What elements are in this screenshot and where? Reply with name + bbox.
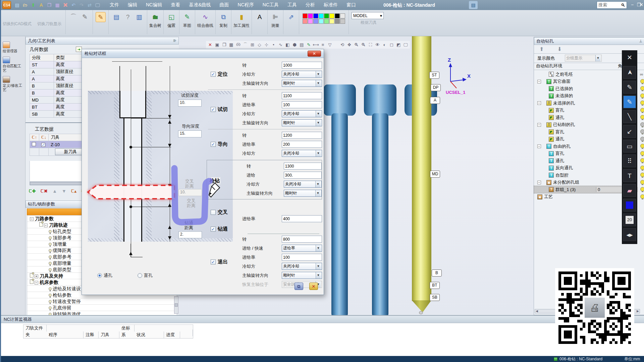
pin-icon[interactable]: ⊥ (639, 39, 642, 43)
close-doc-icon[interactable]: 🗙︎ (62, 1, 69, 9)
field-dropdown[interactable]: 顺时针▼ (284, 190, 322, 197)
depth-field-input[interactable]: 10. (178, 189, 202, 196)
move-down-icon[interactable]: ⬇ (557, 46, 561, 52)
pin-up-icon[interactable]: Ꞇ↑ (30, 134, 39, 141)
visibility-bulb-icon[interactable] (640, 129, 644, 134)
field-input[interactable]: 100 (282, 101, 322, 108)
rail-item-1[interactable]: 组管理器 (3, 42, 23, 53)
numbering-icon[interactable]: ⠿ (623, 155, 636, 167)
params-tree-item[interactable]: 转速改变暂停 (27, 298, 177, 305)
pin-down-icon[interactable]: Ꞇ↓ (39, 134, 49, 141)
nc-column-header[interactable]: 坐标系 (119, 325, 135, 331)
import-package-icon[interactable]: ⬆ (30, 1, 37, 9)
palette-swatch[interactable] (340, 19, 345, 24)
visibility-bulb-icon[interactable] (640, 173, 644, 177)
nc-column-header[interactable]: 进度 (164, 331, 180, 338)
clipboard-icon[interactable]: ▣ (214, 42, 220, 48)
checkbox-unchecked[interactable] (211, 210, 216, 215)
visibility-bulb-icon[interactable] (640, 94, 644, 98)
line-icon[interactable]: ╲ (623, 110, 636, 123)
row-checkbox[interactable]: ✓ (39, 141, 49, 148)
link-icon[interactable]: ⇄ (86, 1, 93, 9)
menu-查看[interactable]: 查看 (171, 2, 180, 8)
screw-head-model[interactable] (323, 84, 356, 116)
window-layout-icon[interactable]: ❐ (46, 1, 53, 9)
standards-icon[interactable]: A (38, 1, 45, 9)
field-input[interactable]: 100 (282, 254, 322, 261)
text-icon[interactable]: T (623, 169, 636, 182)
palette-swatch[interactable] (335, 19, 340, 24)
eye-icon[interactable]: 👓︎ (235, 42, 241, 48)
expander-icon[interactable]: − (30, 217, 34, 221)
zoom-fit-icon[interactable]: ⛶ (367, 42, 374, 48)
sketch-icon[interactable]: ✎ (306, 42, 312, 48)
open-folder-icon[interactable]: 🗁︎ (21, 1, 29, 9)
gun-drill-tip-model[interactable] (412, 300, 431, 312)
menu-NC程序[interactable]: NC程序 (238, 2, 254, 8)
menu-编辑[interactable]: 编辑 (128, 2, 137, 8)
field-input[interactable]: 1000 (282, 62, 322, 69)
field-input[interactable]: 200 (282, 141, 322, 148)
checkbox-checked[interactable]: ✓ (211, 142, 216, 147)
through-hole-radio[interactable]: 通孔 (97, 273, 112, 279)
close-button[interactable]: ✕ (638, 0, 644, 9)
monitor-icon[interactable]: 🖵︎ (94, 1, 101, 9)
mode-button[interactable]: 切换到CAD模式 (2, 11, 33, 33)
measure-icon[interactable]: ⊫ (270, 12, 280, 22)
import-geometry-icon[interactable]: ➜ (76, 47, 82, 52)
axis-icon[interactable]: ⊹ (263, 42, 270, 48)
field-dropdown[interactable]: 关闭冷却▼ (282, 263, 322, 270)
palette-swatch[interactable] (303, 19, 308, 24)
nc-column-header[interactable]: 程序 (47, 331, 84, 338)
title-save-icon[interactable]: ▤ (469, 1, 478, 9)
palette-swatch[interactable] (308, 13, 313, 18)
magnet-icon[interactable]: ⌒ (68, 12, 78, 22)
menu-工具[interactable]: 工具 (287, 2, 297, 8)
magnet-icon[interactable]: ⌒ (242, 42, 249, 48)
stylus-icon[interactable]: ✎ (80, 12, 90, 22)
move-down-icon[interactable]: ▼ (62, 188, 66, 194)
machining-attr-icon[interactable]: ▮ (236, 12, 247, 22)
dialog-close-icon[interactable]: ✕ (308, 51, 321, 57)
field-input[interactable]: 300. (284, 172, 322, 179)
palette-swatch[interactable] (319, 19, 324, 24)
eraser-icon[interactable]: ▰ (623, 184, 636, 197)
field-dropdown[interactable]: 关闭冷却▼ (282, 110, 322, 117)
visibility-bulb-icon[interactable] (640, 158, 644, 163)
prev-next-icon[interactable]: ◂▸ (623, 228, 636, 241)
redo-icon[interactable]: ↷ (78, 1, 85, 9)
checkbox-unchecked[interactable] (32, 142, 36, 146)
expander-icon[interactable]: − (537, 144, 541, 148)
curve-icon[interactable]: ∿ (277, 42, 284, 48)
rail-item-2[interactable]: 自动匹配工艺 (3, 57, 23, 73)
copy-icon[interactable]: ⧉ (218, 12, 228, 22)
display-icon[interactable]: 🖵︎ (402, 42, 409, 48)
menu-NC工具[interactable]: NC工具 (263, 2, 279, 8)
field-dropdown[interactable]: 进给率▼ (282, 245, 322, 252)
solid-icon[interactable]: ⬢ (291, 42, 298, 48)
offset-icon[interactable]: ◱ (166, 12, 176, 22)
document-icon[interactable]: ▤ (111, 12, 121, 22)
depth-field-input[interactable]: 15. (178, 130, 202, 137)
surface-icon[interactable]: ◧ (284, 42, 291, 48)
nc-column-header[interactable]: 注释 (84, 331, 99, 338)
layer-icon[interactable]: ≡ (320, 42, 326, 48)
screen-layout-icon[interactable]: ▦ (54, 1, 61, 9)
grid-icon[interactable]: ▦ (228, 42, 234, 48)
text-a-icon[interactable]: A (255, 12, 265, 22)
field-dropdown[interactable]: 关闭冷却▼ (282, 150, 322, 157)
rectangle-icon[interactable]: ▭ (623, 140, 636, 153)
field-input[interactable]: 800 (282, 236, 322, 243)
depth-field-input[interactable]: 10. (178, 100, 202, 107)
checkbox-checked[interactable]: ✓ (41, 143, 45, 147)
visibility-bulb-icon[interactable] (640, 86, 644, 90)
menu-文件[interactable]: 文件 (110, 2, 119, 8)
apply-icon[interactable]: ⧉ (294, 283, 303, 290)
screw-shaft-model[interactable] (331, 113, 348, 317)
blind-hole-radio[interactable]: 盲孔 (138, 273, 153, 279)
field-input[interactable]: 1200 (282, 132, 322, 139)
display-color-dropdown[interactable]: 分组显示 ▼ (565, 55, 602, 62)
nc-column-header[interactable]: 状况 (135, 331, 164, 338)
save-icon[interactable]: ▤ (13, 1, 21, 9)
snap-icon[interactable]: ⊞ (249, 42, 256, 48)
